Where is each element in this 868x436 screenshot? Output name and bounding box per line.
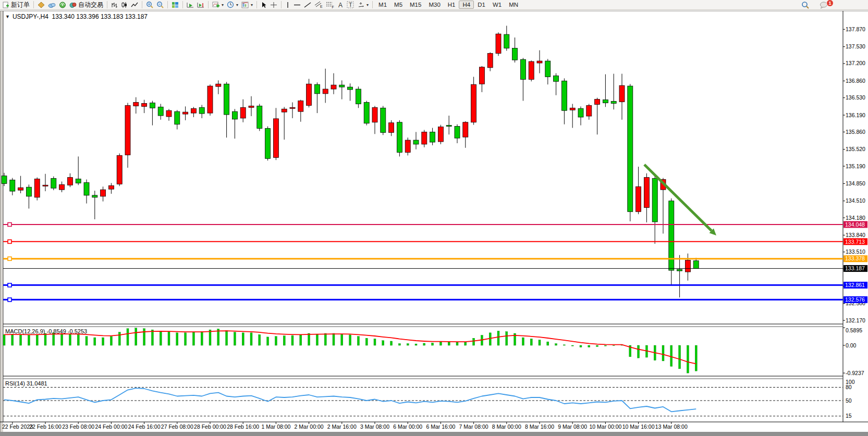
bar-chart-button[interactable] <box>109 1 119 9</box>
candle <box>323 89 328 94</box>
candle <box>224 84 229 115</box>
hline-handle[interactable] <box>8 240 11 243</box>
text-button[interactable]: A <box>336 1 345 9</box>
date-label: 10 Mar 16:00 <box>622 423 655 430</box>
candle <box>290 107 295 108</box>
candle <box>101 190 106 196</box>
profile-button[interactable] <box>36 1 46 9</box>
autotrade-button[interactable]: 自动交易 <box>68 0 105 10</box>
symbol-dropdown-icon[interactable]: ▼ <box>5 14 10 19</box>
fibonacci-button[interactable]: F <box>324 1 336 9</box>
channel-button[interactable]: E <box>313 1 324 9</box>
symbol-period-label: USDJPY-,H4 <box>13 13 48 20</box>
candle <box>282 109 287 112</box>
crosshair-button[interactable] <box>268 1 279 9</box>
candle <box>628 86 633 211</box>
candle <box>479 67 484 84</box>
chart-canvas[interactable]: 137.870137.530137.200136.860136.530136.1… <box>0 0 868 436</box>
candle <box>372 107 377 122</box>
zoom-out-button[interactable] <box>155 1 165 9</box>
candle <box>422 132 427 144</box>
hline-handle[interactable] <box>8 223 11 227</box>
new-order-button[interactable]: 新订单 <box>1 0 31 10</box>
svg-text:136.530: 136.530 <box>846 94 865 101</box>
timeframe-d1[interactable]: D1 <box>474 1 489 9</box>
text-icon: A <box>337 2 344 8</box>
hlines-layer[interactable]: 134.048133.713133.378133.187132.861132.5… <box>3 221 867 303</box>
bar-chart-icon <box>111 2 118 8</box>
channel-icon: E <box>314 1 323 8</box>
candle <box>348 87 353 90</box>
timeframe-w1[interactable]: W1 <box>489 1 505 9</box>
price-axis[interactable]: 137.870137.530137.200136.860136.530136.1… <box>843 26 865 323</box>
candle <box>240 107 246 118</box>
add-indicator-button[interactable]: ▾ <box>211 1 225 9</box>
macd-label: MACD(12,26,9) -0.8549 -0.5253 <box>5 328 87 334</box>
candlestick-icon <box>121 2 128 8</box>
date-label: 27 Feb 08:00 <box>161 423 193 430</box>
svg-text:A: A <box>338 2 343 8</box>
macd-pane: 0.58950.00-0.9237 <box>3 327 864 376</box>
svg-text:133.510: 133.510 <box>846 248 865 255</box>
hline-handle[interactable] <box>8 298 11 302</box>
timeframe-bar: M1M5M15M30H1H4D1W1MN <box>375 1 522 9</box>
signal-button[interactable] <box>57 1 68 9</box>
candle <box>18 188 23 190</box>
candle <box>463 122 468 137</box>
label-button[interactable]: T <box>345 1 356 9</box>
period-clock-button[interactable]: ▾ <box>225 1 240 9</box>
candle <box>570 108 575 110</box>
date-axis[interactable]: 22 Feb 202322 Feb 16:0023 Feb 08:0024 Fe… <box>2 422 688 430</box>
svg-text:137.530: 137.530 <box>846 43 865 49</box>
vertical-line-icon <box>285 2 290 8</box>
candle <box>487 53 493 67</box>
fibonacci-icon: F <box>326 1 334 8</box>
search-button[interactable] <box>800 1 811 9</box>
tile-windows-button[interactable] <box>170 1 180 9</box>
trendline-button[interactable] <box>302 1 313 9</box>
vertical-line-button[interactable] <box>284 1 292 9</box>
shift-chart-button[interactable] <box>195 1 206 9</box>
candlestick-button[interactable] <box>119 1 129 9</box>
rsi-line <box>4 388 696 412</box>
cloud-button[interactable] <box>46 1 57 9</box>
chevron-down-icon: ▾ <box>251 3 253 7</box>
add-indicator-icon <box>212 2 219 8</box>
date-label: 24 Feb 00:00 <box>95 423 127 430</box>
date-label: 23 Feb 08:00 <box>62 423 94 430</box>
timeframe-m30[interactable]: M30 <box>425 1 444 9</box>
candle <box>455 127 460 139</box>
hline-handle[interactable] <box>8 283 11 287</box>
horizontal-line-button[interactable] <box>292 1 302 9</box>
candle <box>117 155 122 184</box>
new-order-icon <box>3 2 9 8</box>
svg-text:135.860: 135.860 <box>846 129 865 135</box>
rsi-label: RSI(14) 31.0481 <box>5 380 47 387</box>
zoom-out-icon <box>156 1 164 8</box>
window-bottom-edge <box>0 432 868 436</box>
shapes-button[interactable]: ▾ <box>356 1 370 9</box>
date-label: 1 Mar 08:00 <box>261 423 290 430</box>
line-chart-button[interactable] <box>129 1 140 9</box>
candle <box>307 84 312 105</box>
cursor-button[interactable] <box>259 1 268 9</box>
candle <box>265 128 271 158</box>
trendline-icon <box>304 2 311 8</box>
hline-handle[interactable] <box>8 257 11 260</box>
candle <box>669 201 674 270</box>
timeframe-m5[interactable]: M5 <box>390 1 406 9</box>
timeframe-h4[interactable]: H4 <box>459 1 474 9</box>
candle <box>529 61 534 79</box>
separator <box>372 1 373 8</box>
autoscroll-button[interactable] <box>185 1 195 9</box>
timeframe-m15[interactable]: M15 <box>406 1 425 9</box>
svg-text:15: 15 <box>846 413 852 419</box>
timeframe-h1[interactable]: H1 <box>444 1 459 9</box>
template-button[interactable]: ▾ <box>240 1 254 9</box>
zoom-in-button[interactable] <box>144 1 155 9</box>
chat-button[interactable]: 1 <box>818 1 829 9</box>
timeframe-mn[interactable]: MN <box>505 1 522 9</box>
candle <box>471 84 476 122</box>
price-tag: 132.576 <box>845 296 865 303</box>
timeframe-m1[interactable]: M1 <box>375 1 390 9</box>
